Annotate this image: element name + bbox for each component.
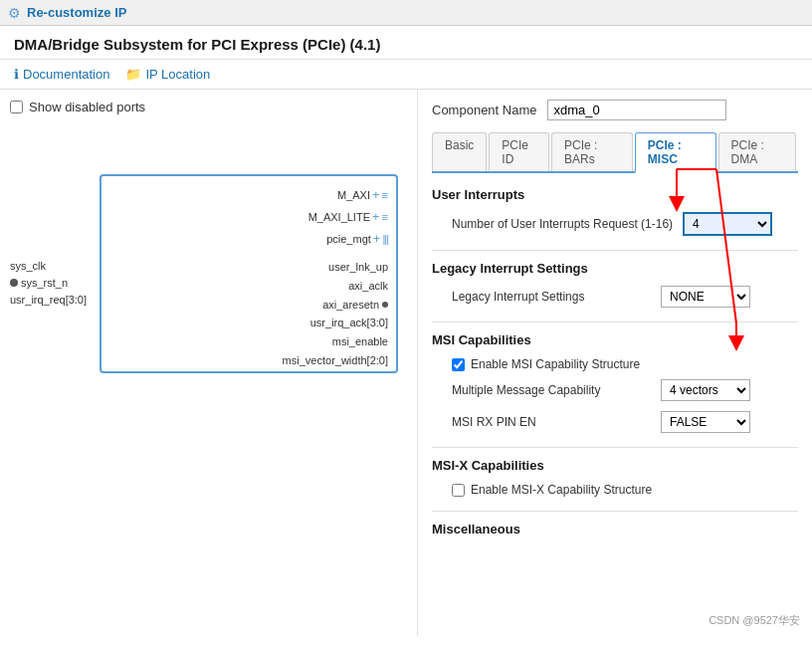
divider-4 bbox=[432, 511, 798, 512]
multiple-message-select[interactable]: 1 vectors 2 vectors 4 vectors 8 vectors … bbox=[661, 379, 750, 401]
divider-3 bbox=[432, 447, 798, 448]
m-axi-connector[interactable]: + bbox=[372, 184, 380, 206]
msi-enable-label: msi_enable bbox=[332, 332, 388, 351]
port-row-axi-aresetn: axi_aresetn bbox=[109, 296, 388, 315]
show-disabled-checkbox-row: Show disabled ports bbox=[10, 100, 407, 114]
page-title: DMA/Bridge Subsystem for PCI Express (PC… bbox=[0, 26, 812, 60]
msi-vector-width-label: msi_vector_width[2:0] bbox=[283, 351, 388, 370]
port-row-m-axi-lite: M_AXI_LITE + ≡ bbox=[109, 206, 388, 228]
port-row-msi-enable: msi_enable bbox=[109, 332, 388, 351]
right-panel: Component Name Basic PCIe ID PCIe : BARs… bbox=[418, 90, 812, 636]
block-diagram: M_AXI + ≡ M_AXI_LITE + ≡ bbox=[100, 174, 398, 373]
documentation-link[interactable]: ℹ Documentation bbox=[14, 67, 109, 82]
enable-msix-checkbox[interactable] bbox=[452, 484, 465, 497]
show-disabled-label: Show disabled ports bbox=[29, 100, 145, 114]
msix-capabilities-section: MSI-X Capabilities Enable MSI-X Capabili… bbox=[432, 458, 798, 497]
m-axi-label: M_AXI bbox=[337, 186, 370, 205]
msi-capabilities-heading: MSI Capabilities bbox=[432, 332, 798, 347]
tab-pcie-dma[interactable]: PCIe : DMA bbox=[718, 132, 796, 171]
axi-aresetn-label: axi_aresetn bbox=[322, 296, 388, 315]
m-axi-lite-connector[interactable]: + bbox=[372, 206, 380, 228]
tab-pcie-bars[interactable]: PCIe : BARs bbox=[551, 132, 633, 171]
num-interrupts-select[interactable]: 1234 5678 bbox=[683, 212, 772, 236]
user-interrupts-heading: User Interrupts bbox=[432, 187, 798, 202]
component-name-input[interactable] bbox=[547, 100, 726, 120]
sys-rst-label: sys_rst_n bbox=[10, 277, 68, 289]
divider-2 bbox=[432, 322, 798, 323]
port-row-usr-irq-ack: usr_irq_ack[3:0] bbox=[109, 314, 388, 332]
usr-irq-req-label: usr_irq_req[3:0] bbox=[10, 294, 87, 306]
customize-ip-icon: ⚙ bbox=[8, 5, 21, 21]
sys-rst-dot bbox=[10, 279, 18, 287]
port-row-m-axi: M_AXI + ≡ bbox=[109, 184, 388, 206]
legacy-interrupt-select[interactable]: NONE INTx bbox=[661, 286, 750, 308]
component-name-label: Component Name bbox=[432, 103, 537, 117]
tab-pcie-misc[interactable]: PCIe : MISC bbox=[635, 132, 716, 173]
sys-clk-label: sys_clk bbox=[10, 260, 46, 272]
pcie-mgt-connector[interactable]: + bbox=[373, 228, 381, 250]
top-bar-title: Re-customize IP bbox=[27, 5, 126, 20]
msi-rx-pin-select[interactable]: FALSE TRUE bbox=[661, 411, 750, 433]
main-layout: Show disabled ports sys_clk sys_rst_n us… bbox=[0, 90, 812, 636]
tab-basic[interactable]: Basic bbox=[432, 132, 487, 171]
user-interrupts-section: User Interrupts Number of User Interrupt… bbox=[432, 187, 798, 236]
ip-location-label: IP Location bbox=[145, 67, 210, 82]
num-interrupts-row: Number of User Interrupts Request (1-16)… bbox=[452, 212, 798, 236]
user-lnk-up-label: user_lnk_up bbox=[328, 258, 388, 277]
m-axi-lite-label: M_AXI_LITE bbox=[308, 208, 370, 227]
msi-capabilities-section: MSI Capabilities Enable MSI Capability S… bbox=[432, 332, 798, 433]
usr-irq-ack-label: usr_irq_ack[3:0] bbox=[310, 314, 388, 332]
legacy-interrupt-section: Legacy Interrupt Settings Legacy Interru… bbox=[432, 261, 798, 308]
divider-1 bbox=[432, 250, 798, 251]
enable-msi-label: Enable MSI Capability Structure bbox=[471, 357, 640, 371]
info-icon: ℹ bbox=[14, 67, 19, 82]
documentation-label: Documentation bbox=[23, 67, 109, 82]
pcie-mgt-label: pcie_mgt bbox=[326, 230, 371, 249]
port-row-user-lnk: user_lnk_up bbox=[109, 258, 388, 277]
top-bar: ⚙ Re-customize IP bbox=[0, 0, 812, 26]
miscellaneous-heading: Miscellaneous bbox=[432, 522, 798, 537]
port-row-pcie-mgt: pcie_mgt + ||| bbox=[109, 228, 388, 250]
num-interrupts-label: Number of User Interrupts Request (1-16) bbox=[452, 217, 673, 231]
port-row-msi-vector-width: msi_vector_width[2:0] bbox=[109, 351, 388, 370]
tabs: Basic PCIe ID PCIe : BARs PCIe : MISC PC… bbox=[432, 132, 798, 173]
pcie-mgt-lines: ||| bbox=[382, 230, 388, 249]
port-row-axi-aclk: axi_aclk bbox=[109, 277, 388, 296]
msi-rx-pin-label: MSI RX PIN EN bbox=[452, 415, 651, 429]
multiple-message-row: Multiple Message Capability 1 vectors 2 … bbox=[452, 379, 798, 401]
ip-location-link[interactable]: 📁 IP Location bbox=[125, 67, 210, 82]
miscellaneous-section: Miscellaneous bbox=[432, 522, 798, 537]
legacy-interrupt-label: Legacy Interrupt Settings bbox=[452, 290, 651, 304]
msix-capabilities-heading: MSI-X Capabilities bbox=[432, 458, 798, 473]
axi-aresetn-dot bbox=[382, 302, 388, 308]
left-panel: Show disabled ports sys_clk sys_rst_n us… bbox=[0, 90, 418, 636]
tab-pcie-id[interactable]: PCIe ID bbox=[489, 132, 549, 171]
watermark: CSDN @9527华安 bbox=[709, 613, 800, 628]
links-bar: ℹ Documentation 📁 IP Location bbox=[0, 60, 812, 90]
m-axi-lite-lines: ≡ bbox=[382, 208, 388, 227]
enable-msix-row: Enable MSI-X Capability Structure bbox=[452, 483, 798, 497]
legacy-interrupt-row: Legacy Interrupt Settings NONE INTx bbox=[452, 286, 798, 308]
enable-msix-label: Enable MSI-X Capability Structure bbox=[471, 483, 652, 497]
m-axi-lines: ≡ bbox=[382, 186, 388, 205]
multiple-message-label: Multiple Message Capability bbox=[452, 383, 651, 397]
component-name-row: Component Name bbox=[432, 100, 798, 120]
msi-rx-pin-row: MSI RX PIN EN FALSE TRUE bbox=[452, 411, 798, 433]
show-disabled-checkbox[interactable] bbox=[10, 101, 23, 113]
axi-aclk-label: axi_aclk bbox=[348, 277, 388, 296]
legacy-interrupt-heading: Legacy Interrupt Settings bbox=[432, 261, 798, 276]
enable-msi-row: Enable MSI Capability Structure bbox=[452, 357, 798, 371]
enable-msi-checkbox[interactable] bbox=[452, 358, 465, 371]
folder-icon: 📁 bbox=[125, 67, 141, 82]
